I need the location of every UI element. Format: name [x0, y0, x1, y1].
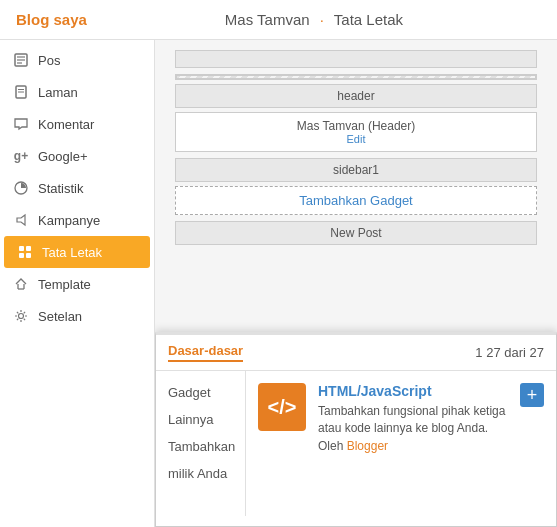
gadget-icon: </>	[258, 383, 306, 431]
popup-content: </> HTML/JavaScript Tambahkan fungsional…	[246, 371, 556, 516]
sidebar-label-googleplus: Google+	[38, 149, 88, 164]
pos-icon	[12, 51, 30, 69]
svg-rect-10	[19, 253, 24, 258]
breadcrumb-blog: Mas Tamvan	[225, 11, 310, 28]
popup-tab-dasar[interactable]: Dasar-dasar	[168, 343, 243, 362]
popup-nav-tambahkan[interactable]: Tambahkan	[156, 433, 245, 460]
sidebar-item-googleplus[interactable]: g+ Google+	[0, 140, 154, 172]
gadget-author-label: Oleh	[318, 439, 343, 453]
gadget-name[interactable]: HTML/JavaScript	[318, 383, 508, 399]
komentar-icon	[12, 115, 30, 133]
popup-left-nav: Gadget Lainnya Tambahkan milik Anda	[156, 371, 246, 516]
sidebar-item-komentar[interactable]: Komentar	[0, 108, 154, 140]
breadcrumb: Mas Tamvan · Tata Letak	[225, 11, 403, 28]
header-widget-title: Mas Tamvan (Header)	[297, 119, 416, 133]
statistik-icon	[12, 179, 30, 197]
stripe-border-top	[175, 74, 537, 80]
sidebar-label-kampanye: Kampanye	[38, 213, 100, 228]
sidebar-item-tata-letak[interactable]: Tata Letak	[4, 236, 150, 268]
gadget-item-html-js: </> HTML/JavaScript Tambahkan fungsional…	[258, 383, 544, 453]
sidebar-label-tata-letak: Tata Letak	[42, 245, 102, 260]
kampanye-icon	[12, 211, 30, 229]
gadget-description: Tambahkan fungsional pihak ketiga atau k…	[318, 403, 508, 437]
popup-header: Dasar-dasar 1 27 dari 27	[156, 335, 556, 371]
breadcrumb-separator: ·	[320, 11, 324, 28]
sidebar-label-laman: Laman	[38, 85, 78, 100]
breadcrumb-page: Tata Letak	[334, 11, 403, 28]
sidebar-nav: Pos Laman Komentar g+ Google+ Statistik	[0, 40, 155, 527]
sidebar-label-setelan: Setelan	[38, 309, 82, 324]
popup-count: 1 27 dari 27	[475, 345, 544, 360]
header-edit-link[interactable]: Edit	[184, 133, 528, 145]
popup-nav-gadget[interactable]: Gadget	[156, 379, 245, 406]
sidebar-item-template[interactable]: Template	[0, 268, 154, 300]
gadget-icon-text: </>	[268, 396, 297, 419]
top-strip	[175, 50, 537, 68]
sidebar-item-setelan[interactable]: Setelan	[0, 300, 154, 332]
svg-rect-11	[26, 253, 31, 258]
content-area: header Mas Tamvan (Header) Edit sidebar1…	[155, 40, 557, 527]
svg-rect-8	[19, 246, 24, 251]
popup-nav-lainnya[interactable]: Lainnya	[156, 406, 245, 433]
sidebar-label-komentar: Komentar	[38, 117, 94, 132]
sidebar-label-template: Template	[38, 277, 91, 292]
sidebar-item-statistik[interactable]: Statistik	[0, 172, 154, 204]
sidebar-item-pos[interactable]: Pos	[0, 44, 154, 76]
layout-editor: header Mas Tamvan (Header) Edit sidebar1…	[155, 40, 557, 261]
gadget-author-link[interactable]: Blogger	[347, 439, 388, 453]
popup-body: Gadget Lainnya Tambahkan milik Anda </> …	[156, 371, 556, 516]
sidebar-item-laman[interactable]: Laman	[0, 76, 154, 108]
setelan-icon	[12, 307, 30, 325]
sidebar-item-kampanye[interactable]: Kampanye	[0, 204, 154, 236]
template-icon	[12, 275, 30, 293]
sidebar-label-statistik: Statistik	[38, 181, 84, 196]
gadget-author: Oleh Blogger	[318, 439, 508, 453]
svg-point-15	[19, 314, 24, 319]
laman-icon	[12, 83, 30, 101]
popup-nav-milik-anda[interactable]: milik Anda	[156, 460, 245, 487]
tata-letak-icon	[16, 243, 34, 261]
header-section-label: header	[175, 84, 537, 108]
gadget-popup: Dasar-dasar 1 27 dari 27 Gadget Lainnya …	[155, 332, 557, 527]
gadget-add-button[interactable]: +	[520, 383, 544, 407]
top-header: Blog saya Mas Tamvan · Tata Letak	[0, 0, 557, 40]
gadget-info: HTML/JavaScript Tambahkan fungsional pih…	[318, 383, 508, 453]
blog-title[interactable]: Blog saya	[16, 11, 87, 28]
googleplus-icon: g+	[12, 147, 30, 165]
header-widget: Mas Tamvan (Header) Edit	[175, 112, 537, 152]
main-layout: Pos Laman Komentar g+ Google+ Statistik	[0, 40, 557, 527]
sidebar-label-pos: Pos	[38, 53, 60, 68]
svg-rect-9	[26, 246, 31, 251]
sidebar-section-label: sidebar1	[175, 158, 537, 182]
add-gadget-button[interactable]: Tambahkan Gadget	[175, 186, 537, 215]
new-post-bar: New Post	[175, 221, 537, 245]
